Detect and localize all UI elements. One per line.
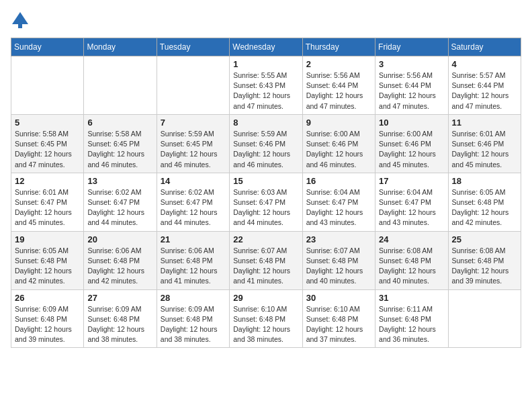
day-info: Sunrise: 6:01 AM Sunset: 6:46 PM Dayligh… — [452, 129, 517, 170]
day-info: Sunrise: 5:58 AM Sunset: 6:45 PM Dayligh… — [87, 129, 152, 170]
day-number: 27 — [87, 293, 152, 303]
calendar-day-cell: 27Sunrise: 6:09 AM Sunset: 6:48 PM Dayli… — [84, 289, 157, 348]
day-number: 2 — [306, 59, 371, 69]
calendar-day-cell: 24Sunrise: 6:08 AM Sunset: 6:48 PM Dayli… — [375, 231, 448, 289]
calendar-day-cell: 9Sunrise: 6:00 AM Sunset: 6:46 PM Daylig… — [302, 114, 375, 173]
weekday-header: Wednesday — [230, 38, 302, 56]
calendar-day-cell: 5Sunrise: 5:58 AM Sunset: 6:45 PM Daylig… — [11, 114, 84, 173]
calendar-day-cell — [84, 56, 157, 115]
logo — [11, 11, 32, 30]
day-number: 6 — [87, 118, 152, 128]
calendar-day-cell: 10Sunrise: 6:00 AM Sunset: 6:46 PM Dayli… — [375, 114, 448, 173]
day-number: 9 — [306, 118, 371, 128]
logo-icon — [11, 11, 30, 30]
calendar-day-cell: 18Sunrise: 6:05 AM Sunset: 6:48 PM Dayli… — [448, 173, 521, 231]
day-info: Sunrise: 5:58 AM Sunset: 6:45 PM Dayligh… — [15, 129, 80, 170]
day-number: 1 — [233, 59, 298, 69]
calendar-table: SundayMondayTuesdayWednesdayThursdayFrid… — [11, 38, 521, 348]
day-info: Sunrise: 6:02 AM Sunset: 6:47 PM Dayligh… — [87, 187, 152, 228]
day-info: Sunrise: 6:00 AM Sunset: 6:46 PM Dayligh… — [306, 129, 371, 170]
calendar-day-cell: 31Sunrise: 6:11 AM Sunset: 6:48 PM Dayli… — [375, 289, 448, 348]
day-info: Sunrise: 5:59 AM Sunset: 6:46 PM Dayligh… — [233, 129, 298, 170]
day-info: Sunrise: 6:08 AM Sunset: 6:48 PM Dayligh… — [379, 246, 444, 287]
calendar-day-cell — [448, 289, 521, 348]
day-number: 13 — [87, 176, 152, 186]
calendar-week-row: 1Sunrise: 5:55 AM Sunset: 6:43 PM Daylig… — [11, 56, 521, 115]
day-number: 16 — [306, 176, 371, 186]
calendar-day-cell — [157, 56, 229, 115]
calendar-day-cell: 28Sunrise: 6:09 AM Sunset: 6:48 PM Dayli… — [157, 289, 229, 348]
day-info: Sunrise: 6:08 AM Sunset: 6:48 PM Dayligh… — [452, 246, 517, 287]
day-info: Sunrise: 6:07 AM Sunset: 6:48 PM Dayligh… — [306, 246, 371, 287]
day-info: Sunrise: 5:56 AM Sunset: 6:44 PM Dayligh… — [306, 71, 371, 111]
calendar-day-cell: 4Sunrise: 5:57 AM Sunset: 6:44 PM Daylig… — [448, 56, 521, 115]
day-info: Sunrise: 6:06 AM Sunset: 6:48 PM Dayligh… — [161, 246, 226, 287]
day-number: 22 — [233, 234, 298, 244]
day-number: 20 — [87, 234, 152, 244]
calendar-day-cell: 14Sunrise: 6:02 AM Sunset: 6:47 PM Dayli… — [157, 173, 229, 231]
calendar-day-cell: 26Sunrise: 6:09 AM Sunset: 6:48 PM Dayli… — [11, 289, 84, 348]
calendar-day-cell: 13Sunrise: 6:02 AM Sunset: 6:47 PM Dayli… — [84, 173, 157, 231]
day-number: 21 — [161, 234, 226, 244]
day-number: 4 — [452, 59, 517, 69]
day-info: Sunrise: 6:04 AM Sunset: 6:47 PM Dayligh… — [306, 187, 371, 228]
day-number: 24 — [379, 234, 444, 244]
day-info: Sunrise: 6:05 AM Sunset: 6:48 PM Dayligh… — [452, 187, 517, 228]
day-number: 29 — [233, 293, 298, 303]
day-number: 8 — [233, 118, 298, 128]
day-number: 15 — [233, 176, 298, 186]
day-info: Sunrise: 6:10 AM Sunset: 6:48 PM Dayligh… — [306, 304, 371, 345]
calendar-day-cell: 2Sunrise: 5:56 AM Sunset: 6:44 PM Daylig… — [302, 56, 375, 115]
page-header — [11, 11, 521, 30]
calendar-day-cell: 22Sunrise: 6:07 AM Sunset: 6:48 PM Dayli… — [230, 231, 302, 289]
weekday-header: Friday — [375, 38, 448, 56]
day-info: Sunrise: 6:10 AM Sunset: 6:48 PM Dayligh… — [233, 304, 298, 345]
day-info: Sunrise: 6:11 AM Sunset: 6:48 PM Dayligh… — [379, 304, 444, 345]
calendar-week-row: 19Sunrise: 6:05 AM Sunset: 6:48 PM Dayli… — [11, 231, 521, 289]
svg-marker-0 — [12, 12, 28, 24]
day-info: Sunrise: 6:02 AM Sunset: 6:47 PM Dayligh… — [161, 187, 226, 228]
calendar-week-row: 26Sunrise: 6:09 AM Sunset: 6:48 PM Dayli… — [11, 289, 521, 348]
calendar-day-cell: 20Sunrise: 6:06 AM Sunset: 6:48 PM Dayli… — [84, 231, 157, 289]
weekday-header: Thursday — [302, 38, 375, 56]
calendar-day-cell: 6Sunrise: 5:58 AM Sunset: 6:45 PM Daylig… — [84, 114, 157, 173]
day-number: 5 — [15, 118, 80, 128]
day-number: 14 — [161, 176, 226, 186]
day-info: Sunrise: 6:05 AM Sunset: 6:48 PM Dayligh… — [15, 246, 80, 287]
calendar-day-cell: 7Sunrise: 5:59 AM Sunset: 6:45 PM Daylig… — [157, 114, 229, 173]
day-info: Sunrise: 5:57 AM Sunset: 6:44 PM Dayligh… — [452, 71, 517, 111]
day-number: 12 — [15, 176, 80, 186]
calendar-day-cell: 25Sunrise: 6:08 AM Sunset: 6:48 PM Dayli… — [448, 231, 521, 289]
day-number: 7 — [161, 118, 226, 128]
calendar-day-cell: 15Sunrise: 6:03 AM Sunset: 6:47 PM Dayli… — [230, 173, 302, 231]
calendar-day-cell: 8Sunrise: 5:59 AM Sunset: 6:46 PM Daylig… — [230, 114, 302, 173]
day-number: 25 — [452, 234, 517, 244]
calendar-day-cell: 21Sunrise: 6:06 AM Sunset: 6:48 PM Dayli… — [157, 231, 229, 289]
calendar-week-row: 12Sunrise: 6:01 AM Sunset: 6:47 PM Dayli… — [11, 173, 521, 231]
calendar-day-cell: 1Sunrise: 5:55 AM Sunset: 6:43 PM Daylig… — [230, 56, 302, 115]
calendar-header-row: SundayMondayTuesdayWednesdayThursdayFrid… — [11, 38, 521, 56]
day-number: 30 — [306, 293, 371, 303]
calendar-day-cell: 12Sunrise: 6:01 AM Sunset: 6:47 PM Dayli… — [11, 173, 84, 231]
day-info: Sunrise: 6:09 AM Sunset: 6:48 PM Dayligh… — [87, 304, 152, 345]
day-number: 31 — [379, 293, 444, 303]
day-info: Sunrise: 6:00 AM Sunset: 6:46 PM Dayligh… — [379, 129, 444, 170]
weekday-header: Saturday — [448, 38, 521, 56]
day-number: 23 — [306, 234, 371, 244]
day-number: 17 — [379, 176, 444, 186]
calendar-day-cell — [11, 56, 84, 115]
calendar-day-cell: 3Sunrise: 5:56 AM Sunset: 6:44 PM Daylig… — [375, 56, 448, 115]
day-number: 19 — [15, 234, 80, 244]
calendar-day-cell: 30Sunrise: 6:10 AM Sunset: 6:48 PM Dayli… — [302, 289, 375, 348]
weekday-header: Sunday — [11, 38, 84, 56]
day-info: Sunrise: 6:09 AM Sunset: 6:48 PM Dayligh… — [15, 304, 80, 345]
weekday-header: Tuesday — [157, 38, 229, 56]
calendar-week-row: 5Sunrise: 5:58 AM Sunset: 6:45 PM Daylig… — [11, 114, 521, 173]
calendar-day-cell: 23Sunrise: 6:07 AM Sunset: 6:48 PM Dayli… — [302, 231, 375, 289]
day-number: 26 — [15, 293, 80, 303]
day-info: Sunrise: 5:55 AM Sunset: 6:43 PM Dayligh… — [233, 71, 298, 111]
day-number: 10 — [379, 118, 444, 128]
day-info: Sunrise: 6:09 AM Sunset: 6:48 PM Dayligh… — [161, 304, 226, 345]
day-info: Sunrise: 6:03 AM Sunset: 6:47 PM Dayligh… — [233, 187, 298, 228]
calendar-day-cell: 16Sunrise: 6:04 AM Sunset: 6:47 PM Dayli… — [302, 173, 375, 231]
